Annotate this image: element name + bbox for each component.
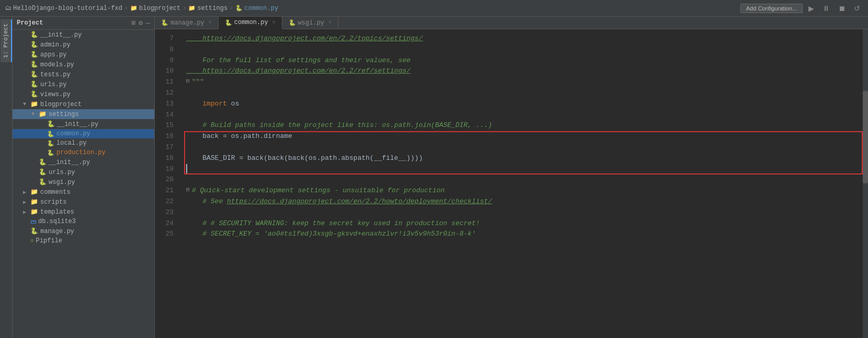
stop-button[interactable]: ⏹ xyxy=(836,3,848,14)
py-yellow-icon: 🐍 xyxy=(47,149,54,156)
project-header-title: Project xyxy=(17,19,129,27)
tree-item-tests[interactable]: 🐍 tests.py xyxy=(13,69,154,79)
reload-button[interactable]: ↺ xyxy=(851,3,863,14)
tree-item-urls-b[interactable]: 🐍 urls.py xyxy=(13,167,154,177)
tree-item-urls[interactable]: 🐍 urls.py xyxy=(13,79,154,89)
tree-item-admin[interactable]: 🐍 admin.py xyxy=(13,40,154,50)
ln-19: 19 xyxy=(155,164,174,175)
tree-label: apps.py xyxy=(40,51,66,59)
tree-item-blogproject[interactable]: ▼ 📁 blogproject xyxy=(13,99,154,109)
collapse-icon[interactable]: — xyxy=(146,19,150,27)
code-line-14 xyxy=(186,110,863,121)
code-line-19 xyxy=(186,164,863,175)
editor-tabs: 🐍 manage.py × 🐍 common.py × 🐍 wsgi.py × xyxy=(155,17,868,29)
sep1: › xyxy=(124,5,128,12)
tree-item-apps[interactable]: 🐍 apps.py xyxy=(13,50,154,60)
line15-text: # Build paths inside the project like th… xyxy=(186,120,492,131)
tree-label: __init__.py xyxy=(40,31,82,39)
py-icon: 🐍 xyxy=(30,71,38,78)
tab-common-close[interactable]: × xyxy=(272,20,276,26)
settings-icon[interactable]: ⚙ xyxy=(139,19,143,27)
folder-icon-templates: 📁 xyxy=(30,208,38,216)
code-line-22: # See https://docs.djangoproject.com/en/… xyxy=(186,196,863,207)
tree-item-pipfile[interactable]: ≡ Pipfile xyxy=(13,236,154,246)
breadcrumb-project-label: HelloDjango-blog-tutorial-fxd xyxy=(13,5,122,12)
py-icon: 🐍 xyxy=(30,41,38,49)
ln-23: 23 xyxy=(155,207,174,218)
run-button[interactable]: ▶ xyxy=(806,3,817,14)
tree-label: models.py xyxy=(40,61,74,68)
line13-pre xyxy=(186,99,202,110)
ln-11: 11 xyxy=(155,77,174,88)
arrow-blogproject: ▼ xyxy=(23,101,28,107)
tree-label-production: production.py xyxy=(56,149,106,156)
project-tab-label[interactable]: 1: Project xyxy=(1,19,12,62)
code-line-13: import os xyxy=(186,99,863,110)
code-content[interactable]: https://docs.djangoproject.com/en/2.2/to… xyxy=(180,29,863,338)
ln-8: 8 xyxy=(155,44,174,55)
project-panel: Project ⊞ ⚙ — 🐍 __init__.py 🐍 admin.py 🐍… xyxy=(13,17,155,338)
expand-icon[interactable]: ⊞ xyxy=(132,19,136,27)
code-line-11: ⊟ """ xyxy=(186,77,863,88)
tab-manage[interactable]: 🐍 manage.py × xyxy=(155,17,219,29)
tab-wsgi[interactable]: 🐍 wsgi.py × xyxy=(282,17,338,29)
editor-area: 🐍 manage.py × 🐍 common.py × 🐍 wsgi.py × … xyxy=(155,17,868,338)
py-icon: 🐍 xyxy=(47,120,55,128)
db-icon: 🗃 xyxy=(30,218,36,225)
code-line-9: For the full list of settings and their … xyxy=(186,55,863,66)
tree-item-manage[interactable]: 🐍 manage.py xyxy=(13,226,154,236)
add-config-button[interactable]: Add Configuration... xyxy=(740,4,803,13)
tree-label: wsgi.py xyxy=(49,179,75,186)
tree-label: __init__.py xyxy=(49,159,90,166)
tab-wsgi-close[interactable]: × xyxy=(328,20,332,26)
line13-os: os xyxy=(227,99,239,110)
tree-label-scripts: scripts xyxy=(40,199,66,206)
ln-21: 21 xyxy=(155,185,174,196)
line11-text: """ xyxy=(192,77,204,88)
tree-item-init-s[interactable]: 🐍 __init__.py xyxy=(13,119,154,129)
tree-label-manage: manage.py xyxy=(40,228,74,235)
tree-item-models[interactable]: 🐍 models.py xyxy=(13,60,154,69)
arrow-templates: ▶ xyxy=(23,209,28,215)
tree-label-blogproject: blogproject xyxy=(40,101,82,108)
scrollbar-thumb[interactable] xyxy=(863,91,868,183)
tree-item-production[interactable]: 🐍 production.py xyxy=(13,148,154,157)
breadcrumb-file-label: common.py xyxy=(244,5,278,12)
main-layout: 1: Project Project ⊞ ⚙ — 🐍 __init__.py 🐍… xyxy=(0,17,868,338)
code-line-7: https://docs.djangoproject.com/en/2.2/to… xyxy=(186,33,863,44)
line13-import: import xyxy=(202,99,227,110)
ln-15: 15 xyxy=(155,120,174,131)
tree-item-scripts[interactable]: ▶ 📁 scripts xyxy=(13,197,154,207)
line24-text: # # SECURITY WARNING: keep the secret ke… xyxy=(186,218,480,229)
tree-item-comments[interactable]: ▶ 📁 comments xyxy=(13,187,154,197)
fold-icon-11[interactable]: ⊟ xyxy=(186,77,190,86)
tree-item-common[interactable]: 🐍 common.py xyxy=(13,129,154,138)
py-icon: 🐍 xyxy=(39,158,47,166)
tree-item-views[interactable]: 🐍 views.py xyxy=(13,89,154,99)
tree-item-init-b[interactable]: 🐍 __init__.py xyxy=(13,157,154,167)
tree-item-wsgi[interactable]: 🐍 wsgi.py xyxy=(13,177,154,187)
tree-item-db[interactable]: 🗃 db.sqlite3 xyxy=(13,217,154,226)
arrow-settings: ▼ xyxy=(31,111,37,117)
fold-icon-21[interactable]: ⊟ xyxy=(186,185,190,195)
tab-common[interactable]: 🐍 common.py × xyxy=(219,17,282,29)
ln-9: 9 xyxy=(155,55,174,66)
tree-item-templates[interactable]: ▶ 📁 templates xyxy=(13,207,154,217)
py-icon: 🐍 xyxy=(39,168,47,176)
tree-item-init-top[interactable]: 🐍 __init__.py xyxy=(13,30,154,40)
folder-icon-settings: 📁 xyxy=(39,110,47,118)
line25-text: # SECRET_KEY = 'ao0#ts1fed)3xsgb-gksvd+e… xyxy=(186,229,476,240)
tree-item-settings[interactable]: ▼ 📁 settings xyxy=(13,109,154,119)
breadcrumb-settings: 📁 settings xyxy=(188,5,227,12)
tab-manage-close[interactable]: × xyxy=(209,20,212,26)
line18-text: BASE_DIR = back(back(back(os.path.abspat… xyxy=(186,153,422,164)
tree-item-local[interactable]: 🐍 local.py xyxy=(13,138,154,148)
editor-scrollbar[interactable] xyxy=(863,29,868,338)
py-icon: 🐍 xyxy=(30,31,38,39)
line-numbers: 7 8 9 10 11 12 13 14 15 16 17 18 19 20 2… xyxy=(155,29,180,338)
ln-25: 25 xyxy=(155,229,174,240)
ln-7: 7 xyxy=(155,33,174,44)
line21-text: # Quick-start development settings - uns… xyxy=(192,185,445,196)
pause-button[interactable]: ⏸ xyxy=(820,3,832,14)
code-line-10: https://docs.djangoproject.com/en/2.2/re… xyxy=(186,66,863,77)
